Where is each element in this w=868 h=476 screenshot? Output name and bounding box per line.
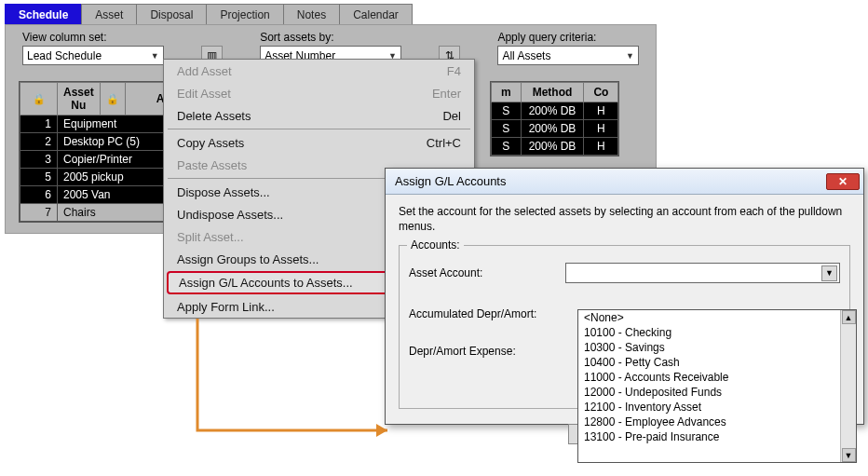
option-item[interactable]: 12800 - Employee Advances [578, 415, 856, 429]
tab-calendar[interactable]: Calendar [339, 4, 413, 26]
option-item[interactable]: 11000 - Accounts Receivable [578, 370, 856, 385]
cell-num[interactable]: 1 [20, 116, 58, 133]
cell-num[interactable]: 3 [20, 151, 58, 169]
menu-edit-asset[interactable]: Edit AssetEnter [164, 82, 474, 104]
tab-asset[interactable]: Asset [81, 4, 137, 26]
fieldset-legend: Accounts: [407, 238, 464, 252]
cell-num[interactable]: 6 [20, 186, 58, 204]
scroll-up-icon[interactable]: ▲ [842, 310, 856, 324]
lock-icon: 🔒 [100, 83, 125, 116]
menu-copy-assets[interactable]: Copy AssetsCtrl+C [164, 131, 474, 154]
cell-m[interactable]: S [492, 102, 522, 120]
colset-value: Lead Schedule [27, 49, 102, 62]
asset-account-combo[interactable]: ▼ [565, 263, 840, 283]
option-none[interactable]: <None> [578, 310, 856, 325]
query-label: Apply query criteria: [497, 31, 639, 44]
method-grid[interactable]: m Method Co S200% DBH S200% DBH S200% DB… [490, 81, 619, 156]
tab-schedule[interactable]: Schedule [5, 4, 82, 26]
tab-disposal[interactable]: Disposal [136, 4, 207, 26]
cell-method[interactable]: 200% DB [521, 120, 584, 138]
tab-notes[interactable]: Notes [283, 4, 340, 26]
col-co[interactable]: Co [584, 83, 618, 102]
depr-expense-label: Depr/Amort Expense: [409, 345, 565, 358]
tab-bar: Schedule Asset Disposal Projection Notes… [5, 4, 412, 26]
chevron-down-icon[interactable]: ▼ [821, 265, 837, 281]
cell-m[interactable]: S [492, 120, 522, 138]
chevron-down-icon: ▼ [626, 51, 634, 61]
asset-account-dropdown[interactable]: <None> 10100 - Checking 10300 - Savings … [577, 309, 857, 463]
cell-method[interactable]: 200% DB [521, 138, 584, 156]
lock-icon: 🔒 [20, 83, 58, 116]
close-icon: ✕ [838, 175, 848, 188]
asset-account-label: Asset Account: [409, 266, 565, 279]
sort-label: Sort assets by: [260, 31, 401, 44]
option-item[interactable]: 10100 - Checking [578, 325, 856, 340]
option-item[interactable]: 13100 - Pre-paid Insurance [578, 429, 856, 444]
option-item[interactable]: 10400 - Petty Cash [578, 355, 856, 370]
tab-projection[interactable]: Projection [206, 4, 283, 26]
dialog-titlebar[interactable]: Assign G/L Accounts ✕ [386, 169, 863, 195]
col-m[interactable]: m [492, 83, 522, 102]
option-item[interactable]: 10300 - Savings [578, 340, 856, 355]
cell-method[interactable]: 200% DB [521, 102, 584, 120]
scrollbar[interactable]: ▲ ▼ [840, 310, 856, 462]
dialog-intro: Set the account for the selected assets … [399, 204, 850, 234]
close-button[interactable]: ✕ [826, 173, 860, 190]
colset-combo[interactable]: Lead Schedule ▼ [22, 46, 164, 65]
scroll-down-icon[interactable]: ▼ [842, 448, 856, 462]
cell-c[interactable]: H [584, 102, 618, 120]
col-method[interactable]: Method [521, 83, 584, 102]
cell-c[interactable]: H [584, 138, 618, 156]
option-item[interactable]: 12000 - Undeposited Funds [578, 385, 856, 400]
separator [168, 129, 470, 129]
chevron-down-icon: ▼ [151, 51, 159, 61]
callout-arrow [192, 319, 406, 444]
menu-add-asset[interactable]: Add AssetF4 [164, 60, 474, 82]
option-item[interactable]: 12100 - Inventory Asset [578, 400, 856, 415]
colset-label: View column set: [22, 31, 164, 44]
cell-num[interactable]: 5 [20, 169, 58, 186]
cell-num[interactable]: 7 [20, 204, 58, 222]
dialog-title: Assign G/L Accounts [395, 174, 506, 188]
cell-m[interactable]: S [492, 138, 522, 156]
menu-delete-assets[interactable]: Delete AssetsDel [164, 104, 474, 127]
cell-num[interactable]: 2 [20, 133, 58, 151]
query-value: All Assets [502, 49, 550, 62]
query-combo[interactable]: All Assets ▼ [497, 46, 639, 65]
col-asset-number[interactable]: Asset Nu [58, 83, 101, 116]
accum-depr-label: Accumulated Depr/Amort: [409, 307, 565, 320]
cell-c[interactable]: H [584, 120, 618, 138]
